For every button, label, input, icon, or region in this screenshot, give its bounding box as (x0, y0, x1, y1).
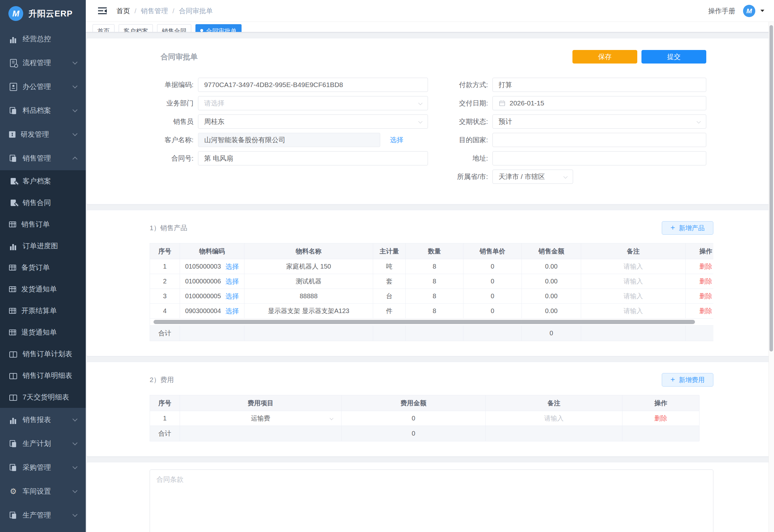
fee-item-select[interactable]: 运输费 (180, 411, 342, 426)
doc-no-input[interactable] (198, 78, 428, 92)
sidebar-item-workshop-settings[interactable]: ⚙ 车间设置 (0, 479, 86, 503)
sidebar-item-order-plan-report[interactable]: 销售订单计划表 (0, 343, 86, 365)
delete-row-link[interactable]: 删除 (700, 262, 712, 271)
select-material-link[interactable]: 选择 (225, 277, 239, 286)
app-logo[interactable]: M 升阳云ERP (0, 0, 86, 27)
tab-customer-archive[interactable]: 客户档案 (119, 24, 153, 32)
delete-row-link[interactable]: 删除 (700, 277, 712, 286)
submit-button[interactable]: 提交 (641, 50, 706, 64)
province-cascader[interactable]: 天津市 / 市辖区 (492, 170, 573, 184)
select-material-link[interactable]: 选择 (225, 307, 239, 316)
remark-placeholder: 请输入 (544, 414, 564, 423)
delete-row-link[interactable]: 删除 (654, 414, 667, 423)
main-area: 首页 / 销售管理 / 合同审批单 操作手册 M 首页 客户档案 销售合同 合同… (86, 0, 774, 532)
fee-item-value: 运输费 (251, 414, 270, 423)
sidebar-item-rnd-mgmt[interactable]: 研发管理 (0, 123, 86, 146)
sidebar-item-return-notice[interactable]: 退货通知单 (0, 321, 86, 343)
remark-cell[interactable]: 请输入 (581, 274, 686, 289)
quantity-cell[interactable]: 8 (406, 274, 463, 289)
add-product-button[interactable]: + 新增产品 (662, 221, 713, 235)
sidebar-item-sales-contract[interactable]: 销售合同 (0, 192, 86, 213)
manual-link[interactable]: 操作手册 (708, 6, 735, 15)
col-material-code: 物料编码 (180, 243, 244, 259)
quantity-cell[interactable]: 8 (406, 289, 463, 303)
avatar[interactable]: M (743, 5, 755, 17)
fees-section-label: 2）费用 (150, 375, 174, 384)
sidebar-item-label: 销售报表 (23, 415, 51, 425)
sidebar-item-7day-delivery-report[interactable]: 7天交货明细表 (0, 386, 86, 408)
unit-price-cell[interactable]: 0 (463, 289, 522, 303)
tabs-bar: 首页 客户档案 销售合同 合同审批单 (86, 22, 774, 32)
quantity-cell[interactable]: 8 (406, 304, 463, 318)
sidebar-item-order-detail-report[interactable]: 销售订单明细表 (0, 365, 86, 386)
amount-cell: 0.00 (522, 259, 581, 274)
unit: 吨 (373, 259, 406, 274)
fee-amount-cell[interactable]: 0 (342, 411, 486, 426)
remark-cell[interactable]: 请输入 (581, 259, 686, 274)
sidebar-item-shipping-notice[interactable]: 发货通知单 (0, 278, 86, 300)
sidebar-item-production-mgmt[interactable]: 生产管理 (0, 503, 86, 527)
contract-terms-textarea[interactable] (150, 469, 713, 532)
dest-country-input[interactable] (492, 133, 706, 147)
delivery-state-select[interactable]: 预计 (492, 114, 706, 129)
unit-price-cell[interactable]: 0 (463, 304, 522, 318)
tab-home[interactable]: 首页 (93, 24, 114, 32)
unit-price-cell[interactable]: 0 (463, 274, 522, 289)
breadcrumb-home[interactable]: 首页 (116, 6, 130, 15)
province-value: 天津市 / 市辖区 (499, 172, 545, 181)
sidebar-item-process-mgmt[interactable]: 流程管理 (0, 51, 86, 75)
quantity-cell[interactable]: 8 (406, 259, 463, 274)
remark-cell[interactable]: 请输入 (581, 289, 686, 303)
sidebar-item-label: 办公管理 (23, 82, 51, 92)
select-material-link[interactable]: 选择 (225, 262, 239, 271)
sidebar-item-order-progress[interactable]: 订单进度图 (0, 235, 86, 257)
collapse-sidebar-icon[interactable] (98, 7, 107, 14)
table-grid-icon (9, 286, 16, 292)
delivery-date-picker[interactable]: 2026-01-15 (492, 96, 706, 110)
select-material-link[interactable]: 选择 (225, 292, 239, 301)
sidebar-item-material-archive[interactable]: 料品档案 (0, 99, 86, 123)
address-input[interactable] (492, 151, 706, 165)
remark-cell[interactable]: 请输入 (486, 411, 622, 426)
vertical-scrollbar-thumb[interactable] (769, 25, 773, 351)
sidebar-item-purchase-mgmt[interactable]: 采购管理 (0, 456, 86, 479)
salesman-select[interactable]: 周桂东 (198, 114, 428, 129)
dept-select[interactable]: 请选择 (198, 96, 428, 110)
add-fee-button[interactable]: + 新增费用 (662, 373, 713, 387)
sidebar-item-sales-report[interactable]: 销售报表 (0, 408, 86, 432)
horizontal-scrollbar-thumb[interactable] (154, 320, 695, 324)
sidebar-menu: 经营总控 流程管理 办公管理 料品档案 研发管理 销售管理 (0, 27, 86, 532)
sidebar-item-business-overview[interactable]: 经营总控 (0, 27, 86, 51)
chevron-up-icon (73, 157, 78, 162)
customer-input: 山河智能装备股份有限公司 (198, 133, 380, 147)
tab-label: 客户档案 (124, 27, 148, 32)
vertical-scrollbar (769, 22, 774, 532)
sidebar-item-customer-archive[interactable]: 客户档案 (0, 170, 86, 192)
sales-submenu: 客户档案 销售合同 销售订单 订单进度图 备货订单 发货通知单 (0, 170, 86, 408)
breadcrumb: 首页 / 销售管理 / 合同审批单 (116, 6, 213, 15)
sidebar-item-production-plan[interactable]: 生产计划 (0, 432, 86, 456)
delete-row-link[interactable]: 删除 (700, 307, 712, 315)
sidebar-item-sales-order[interactable]: 销售订单 (0, 213, 86, 235)
col-fee-item: 费用项目 (180, 395, 342, 411)
sidebar-item-office-mgmt[interactable]: 办公管理 (0, 75, 86, 99)
sidebar-item-sales-mgmt[interactable]: 销售管理 (0, 146, 86, 170)
remark-cell[interactable]: 请输入 (581, 304, 686, 318)
open-book-icon (9, 350, 17, 358)
sidebar-item-label: 生产管理 (23, 510, 51, 520)
caret-down-icon[interactable] (760, 10, 764, 12)
payment-input[interactable] (492, 78, 706, 92)
fees-card: 2）费用 + 新增费用 序号 费用项目 费用金额 备注 操作 1 运输费 (86, 362, 770, 457)
save-button[interactable]: 保存 (572, 50, 637, 64)
tab-contract-approval[interactable]: 合同审批单 (195, 24, 242, 32)
sidebar-item-processing-workshop[interactable]: 加工车间 (0, 527, 86, 532)
contract-no-input[interactable] (198, 151, 428, 165)
unit-price-cell[interactable]: 0 (463, 259, 522, 274)
col-fee-amount: 费用金额 (342, 395, 486, 411)
tab-sales-contract[interactable]: 销售合同 (157, 24, 191, 32)
sidebar-item-label: 发货通知单 (21, 284, 57, 294)
customer-select-link[interactable]: 选择 (390, 135, 403, 144)
sidebar-item-invoice-settlement[interactable]: 开票结算单 (0, 300, 86, 321)
delete-row-link[interactable]: 删除 (700, 292, 712, 300)
sidebar-item-stock-order[interactable]: 备货订单 (0, 257, 86, 278)
